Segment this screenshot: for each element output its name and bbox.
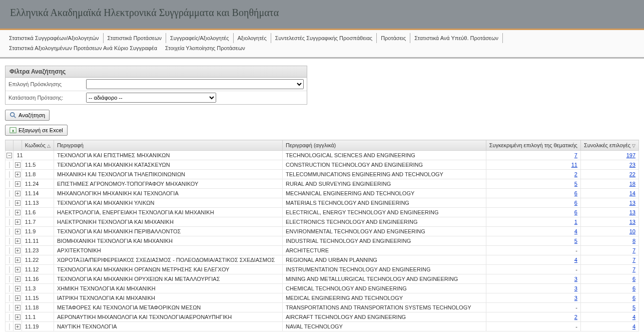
- grid-cell-link[interactable]: 18: [629, 181, 635, 187]
- grid-cell-link[interactable]: 22: [629, 171, 635, 177]
- grid-cell-desc: ΗΛΕΚΤΡΟΛΟΓΙΑ, ΕΝΕΡΓΕΙΑΚΗ ΤΕΧΝΟΛΟΓΙΑ ΚΑΙ …: [54, 208, 283, 217]
- sort-desc-icon: ▽: [630, 143, 635, 148]
- grid-cell-desc: ΑΕΡΟΝΑΥΤΙΚΗ ΜΗΧΑΝΟΛΟΓΙΑ ΚΑΙ ΤΕΧΝΟΛΟΓΙΑ/Α…: [54, 312, 283, 322]
- grid-header-total[interactable]: Συνολικές επιλογές▽: [580, 140, 638, 151]
- grid-cell-link[interactable]: 14: [629, 190, 635, 196]
- grid-cell-code: 11.3: [22, 284, 54, 293]
- expand-icon[interactable]: +: [15, 210, 21, 215]
- expand-icon[interactable]: +: [15, 295, 21, 301]
- grid-cell-link[interactable]: 4: [574, 228, 577, 234]
- grid-cell-link[interactable]: 13: [629, 200, 635, 206]
- search-button[interactable]: Αναζήτηση: [5, 110, 50, 121]
- grid-cell-link[interactable]: 3: [574, 295, 577, 301]
- grid-cell-value-empty: -: [486, 322, 580, 331]
- expand-icon[interactable]: +: [15, 229, 21, 234]
- expand-icon[interactable]: +: [15, 162, 21, 168]
- status-select[interactable]: -- αδιάφορο --: [86, 93, 216, 103]
- grid-cell-link[interactable]: 6: [632, 285, 635, 291]
- grid-cell-link[interactable]: 8: [632, 238, 635, 244]
- grid-cell-link[interactable]: 11: [571, 162, 577, 168]
- expand-icon[interactable]: +: [15, 324, 21, 329]
- grid-cell-link[interactable]: 3: [574, 276, 577, 282]
- grid-cell-link[interactable]: 1: [574, 219, 577, 225]
- grid-cell-value-empty: -: [486, 246, 580, 255]
- menu-item-8[interactable]: Στοιχεία Υλοποίησης Προτάσεων: [161, 43, 249, 53]
- collapse-icon[interactable]: −: [7, 153, 12, 158]
- grid-cell-link[interactable]: 6: [574, 200, 577, 206]
- menu-item-6[interactable]: Στατιστικά Ανά Υπεύθ. Προτάσεων: [410, 33, 503, 43]
- grid-cell-link[interactable]: 10: [629, 228, 635, 234]
- expand-icon[interactable]: +: [15, 172, 21, 177]
- grid-header-code[interactable]: Κωδικός△: [22, 140, 54, 151]
- grid-cell-link[interactable]: 7: [632, 257, 635, 263]
- menu-item-2[interactable]: Συγγραφείς/Αξιολογητές: [166, 33, 234, 43]
- grid-cell-desc-en: REGIONAL AND URBAN PLANNING: [282, 255, 486, 265]
- grid-cell-code: 11.13: [22, 198, 54, 208]
- results-grid: Κωδικός△ Περιγραφή Περιγραφή (αγγλικά) Σ…: [5, 140, 639, 331]
- grid-cell-desc-en: INSTRUMENTATION TECHNOLOGY AND ENGINEERI…: [282, 265, 486, 274]
- table-row: │+11.15ΙΑΤΡΙΚΗ ΤΕΧΝΟΛΟΓΙΑ ΚΑΙ ΜΗΧΑΝΙΚΗME…: [6, 293, 639, 303]
- expand-icon[interactable]: +: [15, 314, 21, 320]
- grid-cell-code: 11.19: [22, 322, 54, 331]
- grid-cell-link[interactable]: 4: [632, 314, 635, 320]
- table-row: │+11.12ΤΕΧΝΟΛΟΓΙΑ ΚΑΙ ΜΗΧΑΝΙΚΗ ΟΡΓΑΝΩΝ Μ…: [6, 265, 639, 274]
- table-row: │+11.16ΤΕΧΝΟΛΟΓΙΑ ΚΑΙ ΜΗΧΑΝΙΚΗ ΟΡΥΧΕΙΩΝ …: [6, 274, 639, 284]
- grid-cell-link[interactable]: 3: [574, 285, 577, 291]
- grid-cell-link[interactable]: 13: [629, 209, 635, 215]
- grid-cell-link[interactable]: 2: [574, 314, 577, 320]
- grid-cell-link[interactable]: 6: [632, 295, 635, 301]
- grid-cell-desc: ΤΕΧΝΟΛΟΓΙΑ ΚΑΙ ΜΗΧΑΝΙΚΗ ΟΡΥΧΕΙΩΝ ΚΑΙ ΜΕΤ…: [54, 274, 283, 284]
- table-row: │+11.1ΑΕΡΟΝΑΥΤΙΚΗ ΜΗΧΑΝΟΛΟΓΙΑ ΚΑΙ ΤΕΧΝΟΛ…: [6, 312, 639, 322]
- menu-item-7[interactable]: Στατιστικά Αξιολογημένων Προτάσεων Ανά Κ…: [5, 43, 161, 53]
- grid-cell-desc: ΤΕΧΝΟΛΟΓΙΑ ΚΑΙ ΜΗΧΑΝΙΚΗ ΟΡΓΑΝΩΝ ΜΕΤΡΗΣΗΣ…: [54, 265, 283, 274]
- grid-cell-link[interactable]: 4: [632, 323, 635, 329]
- grid-cell-link[interactable]: 5: [632, 304, 635, 310]
- expand-icon[interactable]: +: [15, 248, 21, 253]
- expand-icon[interactable]: +: [15, 191, 21, 196]
- grid-header-expand: [6, 140, 14, 151]
- grid-cell-code: 11.14: [22, 189, 54, 198]
- grid-cell-link[interactable]: 2: [574, 171, 577, 177]
- menu-item-4[interactable]: Συντελεστές Συγγραφικής Προσπάθειας: [271, 33, 377, 43]
- invitation-label: Επιλογή Πρόσκλησης: [9, 81, 86, 87]
- menu-item-0[interactable]: Στατιστικά Συγγραφέων/Αξιολογητών: [5, 33, 104, 43]
- export-excel-button[interactable]: X Εξαγωγή σε Excel: [5, 125, 68, 136]
- expand-icon[interactable]: +: [15, 219, 21, 225]
- expand-icon[interactable]: +: [15, 257, 21, 263]
- grid-header-specific[interactable]: Συγκεκριμένη επιλογή της θεματικής: [486, 140, 580, 151]
- grid-cell-code: 11.15: [22, 293, 54, 303]
- menu-item-3[interactable]: Αξιολογητές: [234, 33, 271, 43]
- grid-cell-link[interactable]: 6: [574, 209, 577, 215]
- grid-cell-link[interactable]: 7: [632, 247, 635, 253]
- grid-header-desc[interactable]: Περιγραφή: [54, 140, 283, 151]
- grid-cell-desc-en: NAVAL TECHNOLOGY: [282, 322, 486, 331]
- grid-cell-link[interactable]: 6: [574, 190, 577, 196]
- grid-cell-link[interactable]: 4: [574, 257, 577, 263]
- grid-cell-link[interactable]: 13: [629, 219, 635, 225]
- expand-icon[interactable]: +: [15, 181, 21, 187]
- menu-item-1[interactable]: Στατιστικά Προτάσεων: [104, 33, 166, 43]
- grid-cell-link[interactable]: 6: [632, 276, 635, 282]
- expand-icon[interactable]: +: [15, 200, 21, 206]
- grid-header-desc-en[interactable]: Περιγραφή (αγγλικά): [282, 140, 486, 151]
- invitation-select[interactable]: [86, 79, 304, 89]
- grid-cell-desc-en: MECHANICAL ENGINEERING AND TECHNOLOGY: [282, 189, 486, 198]
- grid-cell-link[interactable]: 197: [626, 152, 635, 158]
- app-header: Ελληνικά Ακαδημαϊκά Ηλεκτρονικά Συγγράμμ…: [0, 0, 644, 29]
- grid-cell-link[interactable]: 5: [574, 181, 577, 187]
- grid-cell-desc-en: CHEMICAL TECHNOLOGY AND ENGINEERING: [282, 284, 486, 293]
- grid-cell-link[interactable]: 7: [632, 266, 635, 272]
- grid-cell-link[interactable]: 23: [629, 162, 635, 168]
- grid-cell-value-empty: -: [486, 265, 580, 274]
- grid-cell-desc-en: MEDICAL ENGINEERING AND TECHNOLOGY: [282, 293, 486, 303]
- expand-icon[interactable]: +: [15, 305, 21, 310]
- expand-icon[interactable]: +: [15, 276, 21, 282]
- expand-icon[interactable]: +: [15, 267, 21, 272]
- expand-icon[interactable]: +: [15, 238, 21, 244]
- grid-cell-link[interactable]: 7: [574, 152, 577, 158]
- expand-icon[interactable]: +: [15, 286, 21, 291]
- table-row: │+11.13ΤΕΧΝΟΛΟΓΙΑ ΚΑΙ ΜΗΧΑΝΙΚΗ ΥΛΙΚΩΝMAT…: [6, 198, 639, 208]
- table-row: │+11.8ΜΗΧΑΝΙΚΗ ΚΑΙ ΤΕΧΝΟΛΟΓΙΑ ΤΗΛΕΠΙΚΟΙΝ…: [6, 170, 639, 179]
- grid-cell-link[interactable]: 5: [574, 238, 577, 244]
- menu-item-5[interactable]: Προτάσεις: [377, 33, 410, 43]
